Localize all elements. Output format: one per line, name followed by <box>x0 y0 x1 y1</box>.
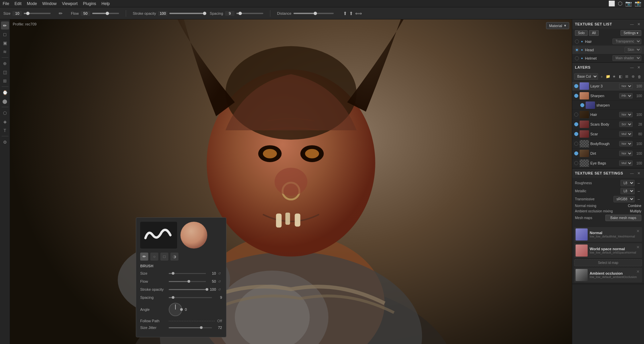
layer-blend-scar[interactable]: Mul <box>619 131 633 137</box>
stroke-opacity-value[interactable]: 100 <box>158 11 167 16</box>
menu-help[interactable]: Help <box>102 1 110 6</box>
ts-item-hair[interactable]: ● Hair Transparenc <box>572 37 644 46</box>
menu-mode[interactable]: Mode <box>27 1 37 6</box>
menu-window[interactable]: Window <box>42 1 57 6</box>
layer-item-scar[interactable]: Scar Mul 80 <box>572 129 644 139</box>
layer-vis-eyebags[interactable] <box>574 161 578 165</box>
brush-tab-circle[interactable]: ○ <box>150 253 158 261</box>
layer-tool-clone[interactable]: ⊕ <box>631 74 636 80</box>
layer-blend-layer3[interactable]: Norm <box>619 83 633 89</box>
tool-eyedropper[interactable]: ⌚ <box>1 88 9 96</box>
layer-vis-sharpen-sub[interactable] <box>580 103 584 107</box>
layer-item-layer3[interactable]: Layer 3 Norm 100 <box>572 81 644 91</box>
ts-settings-close[interactable]: ✕ <box>636 170 641 176</box>
layer-tool-folder[interactable]: 📁 <box>605 74 611 80</box>
menu-plugins[interactable]: Plugins <box>83 1 96 6</box>
brush-spacing-slider[interactable] <box>169 295 212 300</box>
flow-slider[interactable] <box>92 13 119 14</box>
ts-channel-transmissive-format[interactable]: sRGB8 <box>613 196 635 202</box>
baked-map-wsn-close[interactable]: ✕ <box>635 245 641 250</box>
layer-item-hair[interactable]: Hair Norm 100 <box>572 110 644 120</box>
viewport[interactable]: Profile: rec709 Material ▾ ✏ ○ □ ◑ B <box>10 19 572 344</box>
layer-vis-sharpen[interactable] <box>574 94 578 98</box>
tool-fill[interactable]: ▣ <box>1 39 9 47</box>
flow-value[interactable]: 50 <box>81 11 90 16</box>
transform-icon-2[interactable]: ⬆ <box>349 11 353 16</box>
menu-viewport[interactable]: Viewport <box>62 1 77 6</box>
layer-blend-dirt[interactable]: Norm <box>619 151 633 156</box>
ts-solo-btn[interactable]: Solo <box>575 30 588 36</box>
layer-blend-bodyrough[interactable]: Norm <box>619 141 633 146</box>
layer-blend-scars-body[interactable]: Scm <box>619 122 633 127</box>
layer-vis-hair[interactable] <box>574 113 578 117</box>
layer-blend-hair[interactable]: Norm <box>619 112 633 117</box>
tool-settings[interactable]: ⚙ <box>1 138 9 146</box>
select-id-map-btn[interactable]: Select id map <box>574 259 642 266</box>
symmetry-icon[interactable]: ⟺ <box>355 11 362 16</box>
layer-item-scars-body[interactable]: Scars Body Scm 28 <box>572 120 644 129</box>
tool-transform[interactable]: ⊞ <box>1 77 9 85</box>
brush-tab-square[interactable]: □ <box>160 253 168 261</box>
layer-vis-bodyrough[interactable] <box>574 142 578 146</box>
ts-list-minimize[interactable]: — <box>629 21 635 27</box>
layer-item-bodyrough[interactable]: BodyRough Norm 100 <box>572 139 644 149</box>
layer-sub-item-sharpen[interactable]: sharpen <box>572 101 644 110</box>
layer-tool-mask[interactable]: ◧ <box>618 74 623 80</box>
viewport-display-mode[interactable]: Material ▾ <box>546 22 569 29</box>
layer-vis-dirt[interactable] <box>574 151 578 155</box>
ts-all-btn[interactable]: All <box>589 30 599 36</box>
layer-blend-eyebags[interactable]: Mul <box>619 160 633 166</box>
layers-close[interactable]: ✕ <box>636 65 641 70</box>
ts-channel-roughness-format[interactable]: L8 <box>621 180 635 186</box>
brush-stroke-opacity-reset-icon[interactable]: ↺ <box>217 287 222 292</box>
layer-tool-add[interactable]: + <box>599 74 604 80</box>
tool-color[interactable]: ⬤ <box>1 97 9 105</box>
brush-preset-icon[interactable]: ✏ <box>57 10 64 17</box>
layers-minimize[interactable]: — <box>629 65 635 70</box>
menu-edit[interactable]: Edit <box>14 1 21 6</box>
toolbar-icon-export[interactable]: ⬜ <box>608 0 615 7</box>
layer-tool-delete[interactable]: 🗑 <box>637 74 642 80</box>
baked-map-ao-close[interactable]: ✕ <box>635 269 641 274</box>
toolbar-icon-3d[interactable]: ⬡ <box>618 0 623 7</box>
layer-tool-effects[interactable]: ★ <box>611 74 617 80</box>
layer-vis-layer3[interactable] <box>574 84 578 88</box>
baked-map-normal-close[interactable]: ✕ <box>635 228 641 234</box>
layer-blend-mode-select[interactable]: Base Col <box>574 73 598 80</box>
tool-eraser[interactable]: ◻ <box>1 30 9 38</box>
size-value[interactable]: 10 <box>12 11 22 16</box>
layer-item-sharpen[interactable]: Sharpen Pthr 100 <box>572 91 644 101</box>
menu-file[interactable]: File <box>3 1 9 6</box>
ts-settings-minimize[interactable]: — <box>629 170 635 176</box>
tool-3d[interactable]: ◈ <box>1 118 9 126</box>
ts-type-head[interactable]: Skin <box>625 47 641 53</box>
ts-channel-roughness-remove[interactable]: − <box>636 181 641 186</box>
tool-select[interactable]: ◫ <box>1 68 9 76</box>
ts-channel-metallic-remove[interactable]: − <box>636 189 641 194</box>
brush-angle-wheel[interactable] <box>169 303 182 316</box>
layer-tool-instance[interactable]: ⊞ <box>624 74 630 80</box>
brush-flow-reset-icon[interactable]: ↺ <box>217 279 222 284</box>
tool-material[interactable]: ⬡ <box>1 109 9 117</box>
brush-tab-dark[interactable]: ◑ <box>170 253 178 261</box>
ts-item-helmet[interactable]: ● Helmet Main shader <box>572 54 644 62</box>
ts-list-close[interactable]: ✕ <box>636 21 641 27</box>
toolbar-icon-screenshot[interactable]: 📸 <box>635 0 641 7</box>
stroke-opacity-slider[interactable] <box>169 13 203 14</box>
brush-size-jitter-slider[interactable] <box>169 325 212 330</box>
tool-clone[interactable]: ⊕ <box>1 59 9 67</box>
layer-vis-scars-body[interactable] <box>574 122 578 126</box>
transform-icon[interactable]: ⬆ <box>343 11 347 16</box>
tool-brush[interactable]: ✏ <box>1 21 9 29</box>
layer-blend-sharpen[interactable]: Pthr <box>619 93 633 98</box>
ts-type-hair[interactable]: Transparenc <box>612 39 641 44</box>
brush-stroke-opacity-slider[interactable] <box>169 287 206 292</box>
distance-slider[interactable] <box>293 13 334 14</box>
tool-smudge[interactable]: ≋ <box>1 48 9 56</box>
brush-tab-paint[interactable]: ✏ <box>140 253 148 261</box>
ts-channel-transmissive-remove[interactable]: − <box>636 197 641 202</box>
spacing-value[interactable]: 9 <box>225 11 234 16</box>
toolbar-icon-camera[interactable]: 📷 <box>625 0 632 7</box>
layer-vis-scar[interactable] <box>574 132 578 136</box>
ts-settings-btn[interactable]: Settings ▾ <box>621 30 641 36</box>
